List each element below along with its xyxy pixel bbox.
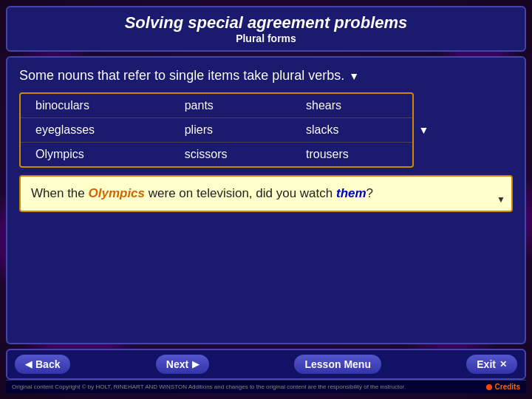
intro-label: Some nouns that refer to single items ta… [19, 66, 344, 85]
next-button[interactable]: Next ▶ [156, 355, 209, 374]
lesson-label: Lesson Menu [304, 358, 370, 370]
cell-trousers: trousers [291, 143, 412, 167]
words-table: binoculars pants shears eyeglasses plier… [21, 94, 412, 166]
nav-bar: ◀ Back Next ▶ Lesson Menu Exit ✕ [6, 349, 526, 380]
example-word2: them [336, 186, 366, 200]
cell-scissors: scissors [170, 143, 291, 167]
example-text: When the Olympics were on television, di… [31, 184, 501, 203]
lesson-menu-button[interactable]: Lesson Menu [294, 355, 381, 374]
title-main: Solving special agreement problems [19, 13, 513, 33]
table-row: binoculars pants shears [21, 94, 412, 118]
back-label: Back [35, 358, 60, 370]
words-table-container: binoculars pants shears eyeglasses plier… [19, 92, 414, 168]
cell-pants: pants [170, 94, 291, 118]
example-before: When the [31, 186, 89, 200]
footer-dot [486, 384, 492, 390]
table-row: Olympics scissors trousers [21, 143, 412, 167]
next-icon: ▶ [192, 359, 199, 369]
table-row: eyeglasses pliers slacks [21, 118, 412, 143]
cell-slacks: slacks [291, 118, 412, 143]
example-word1: Olympics [89, 186, 146, 200]
cell-pliers: pliers [170, 118, 291, 143]
next-label: Next [166, 358, 188, 370]
footer-bar: Original content Copyright © by HOLT, RI… [6, 380, 526, 393]
title-card: Solving special agreement problems Plura… [6, 6, 526, 52]
cell-shears: shears [291, 94, 412, 118]
title-sub: Plural forms [19, 33, 513, 44]
back-button[interactable]: ◀ Back [15, 355, 70, 374]
example-middle: were on television, did you watch [145, 186, 336, 200]
cell-olympics: Olympics [21, 143, 170, 167]
example-box: When the Olympics were on television, di… [19, 175, 513, 212]
footer-copyright: Original content Copyright © by HOLT, RI… [12, 383, 406, 390]
intro-arrow: ▼ [349, 69, 359, 84]
table-down-arrow: ▼ [418, 124, 429, 136]
example-down-arrow: ▼ [497, 194, 505, 205]
exit-button[interactable]: Exit ✕ [466, 355, 517, 374]
content-area: Some nouns that refer to single items ta… [6, 56, 526, 344]
intro-text: Some nouns that refer to single items ta… [19, 66, 513, 85]
footer-credits-container[interactable]: Credits [486, 383, 520, 391]
cell-binoculars: binoculars [21, 94, 170, 118]
exit-label: Exit [477, 358, 496, 370]
back-icon: ◀ [25, 359, 32, 369]
example-after: ? [366, 186, 373, 200]
exit-icon: ✕ [499, 359, 507, 369]
credits-label: Credits [495, 383, 520, 391]
cell-eyeglasses: eyeglasses [21, 118, 170, 143]
